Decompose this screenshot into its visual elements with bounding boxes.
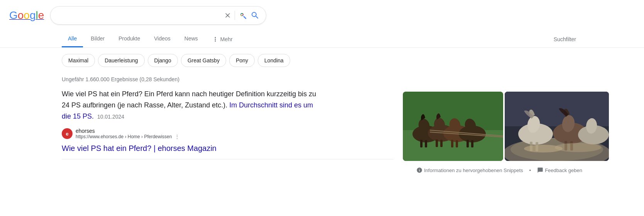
results-count: Ungefähr 1.660.000 Ergebnisse (0,28 Seku… [62, 76, 394, 82]
svg-rect-22 [456, 140, 458, 147]
horse-svg-2 [505, 92, 609, 161]
footer-separator: • [529, 167, 531, 173]
chip-pony[interactable]: Pony [229, 54, 255, 67]
svg-rect-21 [451, 140, 453, 147]
feedback-link[interactable]: Feedback geben [537, 167, 582, 173]
logo-letter-o2: o [24, 9, 30, 21]
info-icon [416, 167, 423, 173]
mehr-label: Mehr [220, 36, 233, 42]
snippets-info-label: Informationen zu hervorgehobenen Snippet… [424, 167, 523, 173]
svg-rect-23 [467, 140, 469, 147]
chip-maximal[interactable]: Maximal [62, 54, 95, 67]
google-logo[interactable]: Google [9, 9, 44, 22]
logo-letter-e: e [38, 9, 44, 21]
header: Google wie viel ps hat ein pferd [0, 0, 644, 31]
feedback-icon [537, 167, 543, 173]
snippets-info-link[interactable]: Informationen zu hervorgehobenen Snippet… [416, 167, 523, 173]
featured-snippet: Wie viel PS hat ein Pferd? Ein Pferd kan… [62, 89, 316, 122]
result-divider [62, 159, 394, 159]
svg-rect-20 [440, 140, 443, 147]
clear-button[interactable] [224, 12, 232, 19]
chip-dauerleistung[interactable]: Dauerleistung [98, 54, 144, 67]
logo-letter-g2: g [30, 9, 36, 21]
snippet-date: 10.01.2024 [97, 114, 124, 120]
svg-rect-17 [420, 140, 423, 147]
svg-rect-19 [436, 139, 438, 147]
dots-icon [212, 36, 219, 43]
chip-londina[interactable]: Londina [258, 54, 290, 67]
source-name: ehorses [76, 128, 179, 134]
source-row: e ehorses https://www.ehorses.de › Home … [62, 128, 394, 139]
result-title-link[interactable]: Wie viel PS hat ein Pferd? | ehorses Mag… [62, 144, 394, 153]
google-lens-button[interactable] [238, 11, 247, 20]
filter-chips: Maximal Dauerleistung Django Great Gatsb… [0, 48, 644, 73]
tab-alle[interactable]: Alle [62, 31, 83, 47]
svg-line-4 [244, 17, 246, 18]
results-area: Ungefähr 1.660.000 Ergebnisse (0,28 Seku… [0, 73, 644, 164]
tab-videos[interactable]: Videos [148, 31, 177, 47]
source-favicon: e [62, 128, 73, 139]
chip-great-gatsby[interactable]: Great Gatsby [181, 54, 226, 67]
search-bar: wie viel ps hat ein pferd [50, 6, 266, 25]
tab-bilder[interactable]: Bilder [85, 31, 111, 47]
footer-note: Informationen zu hervorgehobenen Snippet… [0, 164, 644, 176]
horse-svg-1 [403, 92, 503, 161]
source-options-button[interactable]: ⋮ [175, 134, 179, 139]
svg-rect-18 [425, 140, 427, 147]
search-icon [250, 11, 260, 20]
logo-letter-o1: o [18, 9, 24, 21]
suchfilter-button[interactable]: Suchfilter [548, 32, 582, 47]
horse-image-1[interactable] [403, 92, 503, 161]
results-left: Ungefähr 1.660.000 Ergebnisse (0,28 Seku… [62, 76, 394, 161]
source-info: ehorses https://www.ehorses.de › Home › … [76, 128, 179, 139]
source-icon-letter: e [66, 131, 68, 137]
nav-tabs: Alle Bilder Produkte Videos News Mehr Su… [0, 31, 644, 48]
source-url: https://www.ehorses.de › Home › Pferdewi… [76, 134, 179, 139]
tab-mehr[interactable]: Mehr [206, 31, 239, 47]
clear-icon [224, 12, 232, 19]
results-images [403, 92, 609, 161]
horse-image-2[interactable] [505, 92, 609, 161]
tab-produkte[interactable]: Produkte [112, 31, 146, 47]
search-button[interactable] [250, 11, 260, 20]
search-divider [235, 11, 235, 20]
tab-news[interactable]: News [178, 31, 204, 47]
logo-letter-g: G [9, 9, 18, 21]
lens-icon [238, 11, 247, 20]
svg-point-40 [555, 143, 601, 152]
search-input[interactable]: wie viel ps hat ein pferd [57, 12, 221, 19]
feedback-label: Feedback geben [545, 167, 582, 173]
svg-rect-24 [471, 140, 473, 147]
chip-django[interactable]: Django [148, 54, 178, 67]
